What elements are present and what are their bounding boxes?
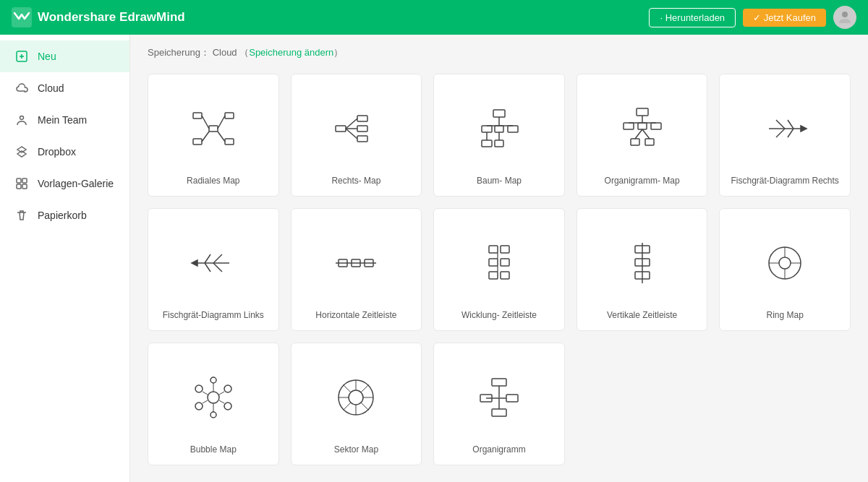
vertikale-zeitleiste-icon: [586, 223, 699, 303]
svg-line-99: [361, 403, 368, 410]
sidebar-item-neu[interactable]: Neu: [0, 40, 129, 72]
svg-rect-65: [489, 272, 498, 279]
avatar[interactable]: [833, 6, 856, 29]
storage-cloud: Cloud: [213, 47, 237, 58]
wicklung-zeitleiste-label: Wicklung- Zeitleiste: [461, 310, 537, 320]
template-card-wicklung-zeitleiste[interactable]: Wicklung- Zeitleiste: [433, 208, 565, 331]
svg-point-3: [20, 116, 24, 120]
storage-change-link[interactable]: Speicherung ändern: [249, 47, 333, 58]
horizontale-zeitleiste-label: Horizontale Zeitleiste: [315, 310, 396, 320]
svg-line-43: [635, 129, 642, 139]
svg-point-84: [210, 377, 216, 383]
logo-icon: [12, 7, 32, 27]
svg-rect-62: [501, 246, 509, 253]
dropbox-icon: [14, 145, 29, 159]
svg-line-13: [202, 116, 209, 129]
sidebar-item-papierkorb[interactable]: Papierkorb: [0, 199, 129, 231]
sidebar-label-cloud: Cloud: [38, 82, 64, 94]
template-card-organigramm[interactable]: Organigramm: [433, 343, 565, 465]
svg-rect-26: [495, 126, 503, 132]
storage-bar: Speicherung： Cloud （Speicherung ändern）: [148, 46, 851, 59]
svg-rect-61: [489, 246, 498, 253]
svg-rect-0: [12, 7, 32, 27]
svg-rect-63: [489, 259, 498, 266]
svg-rect-7: [22, 184, 27, 189]
main-layout: Neu Cloud Mein Team: [0, 35, 868, 482]
download-button[interactable]: · Herunterladen: [649, 8, 736, 27]
svg-point-81: [224, 385, 231, 392]
buy-button[interactable]: ✓ Jetzt Kaufen: [743, 9, 826, 27]
svg-line-88: [203, 400, 208, 403]
template-card-fischgraet-rechts[interactable]: Fischgrät-Diagramm Rechts: [719, 74, 851, 197]
template-card-sektor-map[interactable]: Sektor Map: [291, 343, 422, 465]
svg-line-100: [361, 385, 368, 392]
template-card-bubble-map[interactable]: Bubble Map: [148, 343, 279, 465]
svg-point-83: [224, 403, 231, 410]
svg-rect-36: [624, 123, 634, 129]
svg-rect-25: [482, 126, 492, 132]
sidebar-item-mein-team[interactable]: Mein Team: [0, 104, 129, 136]
svg-rect-28: [482, 140, 492, 147]
svg-rect-8: [209, 126, 218, 132]
sidebar-item-vorlagen-galerie[interactable]: Vorlagen-Galerie: [0, 168, 129, 199]
templates-grid: Radiales Map Rechts- Map: [148, 74, 851, 465]
app-header: Wondershare EdrawMind · Herunterladen ✓ …: [0, 0, 868, 35]
svg-rect-20: [357, 136, 367, 142]
svg-line-86: [203, 392, 208, 395]
sektor-map-label: Sektor Map: [334, 444, 378, 455]
wicklung-zeitleiste-icon: [443, 223, 556, 303]
vertikale-zeitleiste-label: Vertikale Zeitleiste: [607, 310, 677, 320]
svg-rect-17: [336, 126, 346, 132]
rechts-map-icon: [300, 89, 413, 168]
sidebar-label-neu: Neu: [38, 51, 56, 62]
bubble-map-icon: [157, 358, 270, 437]
svg-rect-35: [637, 108, 648, 116]
template-card-horizontale-zeitleiste[interactable]: Horizontale Zeitleiste: [291, 208, 422, 331]
svg-rect-19: [357, 126, 367, 132]
svg-line-21: [346, 119, 357, 129]
svg-point-93: [349, 390, 363, 405]
svg-line-48: [776, 129, 785, 137]
main-content: Speicherung： Cloud （Speicherung ändern）: [130, 35, 868, 482]
team-icon: [14, 113, 29, 127]
header-actions: · Herunterladen ✓ Jetzt Kaufen: [649, 6, 856, 29]
svg-line-44: [642, 129, 650, 139]
svg-rect-27: [508, 126, 518, 132]
template-card-radiales-map[interactable]: Radiales Map: [148, 74, 279, 197]
organigramm-label: Organigramm: [472, 444, 525, 455]
svg-rect-24: [493, 110, 505, 117]
template-card-vertikale-zeitleiste[interactable]: Vertikale Zeitleiste: [576, 208, 708, 331]
svg-line-46: [776, 120, 785, 129]
svg-marker-56: [192, 260, 197, 266]
svg-rect-105: [492, 409, 506, 416]
gallery-icon: [14, 176, 29, 191]
svg-rect-9: [193, 113, 202, 119]
template-card-rechts-map[interactable]: Rechts- Map: [291, 74, 422, 197]
organigramm-icon: [443, 358, 556, 437]
svg-line-49: [788, 129, 793, 137]
svg-line-14: [218, 116, 225, 129]
template-card-fischgraet-links[interactable]: Fischgrät-Diagramm Links: [148, 208, 279, 331]
template-card-baum-map[interactable]: Baum- Map: [433, 74, 565, 197]
svg-point-74: [779, 257, 791, 269]
fischgraet-links-icon: [157, 223, 270, 303]
trash-icon: [14, 208, 29, 223]
sidebar-item-cloud[interactable]: Cloud: [0, 72, 129, 104]
radiales-map-label: Radiales Map: [187, 176, 239, 186]
svg-line-23: [346, 129, 357, 139]
sidebar-item-dropbox[interactable]: Dropbox: [0, 136, 129, 168]
svg-line-52: [213, 254, 222, 263]
svg-line-16: [218, 132, 225, 142]
fischgraet-rechts-icon: [728, 89, 841, 168]
template-card-organigramm-map[interactable]: Organigramm- Map: [576, 74, 708, 197]
radiales-map-icon: [157, 89, 270, 168]
svg-line-98: [344, 385, 351, 392]
svg-marker-50: [801, 126, 807, 132]
svg-point-80: [195, 385, 203, 392]
svg-point-82: [195, 403, 203, 410]
svg-rect-18: [357, 116, 367, 121]
template-card-ring-map[interactable]: Ring Map: [719, 208, 851, 331]
app-name: Wondershare EdrawMind: [38, 10, 185, 25]
svg-rect-37: [638, 123, 647, 129]
svg-rect-12: [225, 139, 234, 145]
